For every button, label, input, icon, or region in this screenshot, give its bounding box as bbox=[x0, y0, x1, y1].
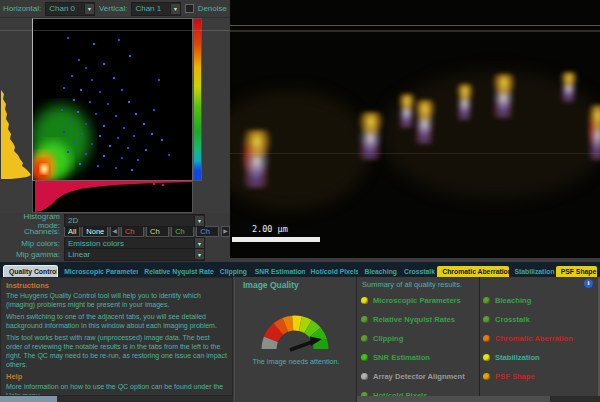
summary-item[interactable]: Stabilization bbox=[483, 348, 595, 367]
status-dot bbox=[483, 316, 490, 323]
scrollbar-thumb[interactable] bbox=[357, 396, 550, 402]
scale-bar-label: 2.00 μm bbox=[252, 224, 288, 234]
instructions-hscrollbar[interactable] bbox=[0, 396, 233, 402]
summary-item[interactable]: Microscopic Parameters bbox=[361, 291, 479, 310]
gauge-needle bbox=[290, 342, 312, 350]
vertical-channel-value: Chan 1 bbox=[135, 4, 161, 13]
horizontal-histogram-shape bbox=[35, 181, 193, 213]
scale-bar bbox=[232, 237, 320, 242]
quality-gauge bbox=[250, 303, 340, 355]
summary-item-label: Relative Nyquist Rates bbox=[373, 315, 455, 324]
horizontal-channel-value: Chan 0 bbox=[49, 4, 75, 13]
summary-item-label: Microscopic Parameters bbox=[373, 296, 461, 305]
fluorescent-bead-blob bbox=[414, 100, 436, 144]
summary-item[interactable]: Clipping bbox=[361, 329, 479, 348]
status-dot bbox=[361, 354, 368, 361]
histogram-2d-plot[interactable] bbox=[32, 18, 193, 181]
horizontal-label: Horizontal: bbox=[3, 4, 41, 13]
summary-title: Summary of all quality results. bbox=[362, 280, 462, 289]
tab-quality-control[interactable]: Quality Control bbox=[3, 265, 58, 277]
column-divider bbox=[479, 277, 480, 396]
summary-item-label: Bleaching bbox=[495, 296, 531, 305]
mip-gamma-value: Linear bbox=[68, 250, 90, 259]
image-border-line bbox=[230, 31, 600, 32]
status-dot bbox=[361, 373, 368, 380]
histogram-scatter-dots bbox=[33, 19, 35, 21]
histogram-dot bbox=[153, 183, 155, 185]
summary-item-label: Array Detector Alignment bbox=[373, 372, 465, 381]
denoise-checkbox[interactable] bbox=[185, 4, 194, 13]
channels-next-icon[interactable]: ▶ bbox=[221, 226, 230, 237]
summary-item[interactable]: Relative Nyquist Rates bbox=[361, 310, 479, 329]
tab-relative-nyquist-rates[interactable]: Relative Nyquist Rates bbox=[139, 266, 213, 277]
status-dot bbox=[483, 354, 490, 361]
fluorescent-bead-blob bbox=[492, 74, 516, 118]
chevron-down-icon[interactable]: ▾ bbox=[194, 216, 204, 226]
qc-tab-bar: Quality Control Microscopic Parameters R… bbox=[0, 262, 600, 277]
summary-item-label: Clipping bbox=[373, 334, 403, 343]
window-separator-line bbox=[0, 30, 600, 31]
vertical-histogram-shape bbox=[1, 18, 32, 181]
chevron-down-icon[interactable]: ▾ bbox=[194, 249, 204, 259]
summary-hscrollbar[interactable] bbox=[357, 396, 600, 402]
quality-summary-panel: Summary of all quality results. i Micros… bbox=[356, 277, 600, 402]
tab-snr-estimation[interactable]: SNR Estimation bbox=[250, 266, 305, 277]
status-dot bbox=[483, 297, 490, 304]
image-quality-panel: Image Quality The image needs attention. bbox=[234, 277, 357, 402]
horizontal-1d-histogram bbox=[32, 181, 193, 213]
scrollbar-thumb[interactable] bbox=[0, 396, 57, 402]
histogram-dot bbox=[162, 184, 164, 186]
tab-crosstalk[interactable]: Crosstalk bbox=[399, 266, 436, 277]
instructions-paragraph: The Huygens Quality Control tool will he… bbox=[6, 291, 227, 309]
horizontal-channel-select[interactable]: Chan 0 ▾ bbox=[45, 2, 95, 16]
vertical-label: Vertical: bbox=[99, 4, 127, 13]
summary-item[interactable]: Chromatic Aberration bbox=[483, 329, 595, 348]
instructions-title: Instructions bbox=[6, 281, 227, 290]
summary-item[interactable]: Bleaching bbox=[483, 291, 595, 310]
tab-hotcold-pixels[interactable]: Hot/cold Pixels bbox=[306, 266, 359, 277]
mip-colors-label: Mip colors: bbox=[0, 239, 64, 248]
mip-gamma-select[interactable]: Linear ▾ bbox=[64, 248, 205, 261]
summary-item[interactable]: PSF Shape bbox=[483, 367, 595, 386]
summary-item[interactable]: Crosstalk bbox=[483, 310, 595, 329]
fluorescent-bead-blob bbox=[242, 130, 272, 188]
histogram-mode-value: 2D bbox=[68, 216, 78, 225]
chevron-down-icon[interactable]: ▾ bbox=[84, 4, 94, 14]
mip-gamma-label: Mip gamma: bbox=[0, 250, 64, 259]
summary-item-label: Chromatic Aberration bbox=[495, 334, 573, 343]
summary-column-1: Microscopic Parameters Relative Nyquist … bbox=[361, 291, 479, 402]
instructions-paragraph: This tool works best with raw (unprocess… bbox=[6, 333, 227, 369]
fluorescent-bead-blob bbox=[588, 105, 600, 160]
tab-clipping[interactable]: Clipping bbox=[215, 266, 249, 277]
quality-status-text: The image needs attention. bbox=[235, 357, 357, 366]
status-dot bbox=[361, 335, 368, 342]
histogram-toolbar: Horizontal: Chan 0 ▾ Vertical: Chan 1 ▾ … bbox=[0, 0, 230, 18]
fluorescent-bead-blob bbox=[560, 72, 578, 102]
tab-stabilization[interactable]: Stabilization bbox=[510, 266, 555, 277]
vertical-channel-select[interactable]: Chan 1 ▾ bbox=[131, 2, 181, 16]
summary-item[interactable]: SNR Estimation bbox=[361, 348, 479, 367]
vertical-1d-histogram bbox=[0, 18, 32, 181]
summary-item-label: PSF Shape bbox=[495, 372, 535, 381]
chevron-down-icon[interactable]: ▾ bbox=[194, 238, 204, 248]
tab-microscopic-parameters[interactable]: Microscopic Parameters bbox=[59, 266, 138, 277]
info-icon[interactable]: i bbox=[584, 279, 593, 288]
tab-bleaching[interactable]: Bleaching bbox=[359, 266, 398, 277]
tab-chromatic-aberration[interactable]: Chromatic Aberration bbox=[437, 266, 508, 277]
instructions-paragraph: When switching to one of the adjacent ta… bbox=[6, 312, 227, 330]
status-dot bbox=[483, 335, 490, 342]
huygens-quality-control-window: Horizontal: Chan 0 ▾ Vertical: Chan 1 ▾ … bbox=[0, 0, 600, 402]
image-quality-title: Image Quality bbox=[243, 280, 299, 290]
summary-item[interactable]: Array Detector Alignment bbox=[361, 367, 479, 386]
help-text: More information on how to use the QC op… bbox=[6, 382, 227, 396]
tab-psf-shape[interactable]: PSF Shape bbox=[556, 266, 597, 277]
summary-item-label: Stabilization bbox=[495, 353, 540, 362]
summary-column-2: Bleaching Crosstalk Chromatic Aberration… bbox=[483, 291, 595, 386]
chevron-down-icon[interactable]: ▾ bbox=[170, 4, 180, 14]
microscopy-image-view[interactable]: Z Y X bbox=[230, 0, 600, 258]
image-border-line bbox=[230, 25, 600, 26]
denoise-label: Denoise bbox=[198, 4, 227, 13]
status-dot bbox=[361, 297, 368, 304]
histogram-mode-select[interactable]: 2D ▾ bbox=[64, 214, 205, 227]
histogram-controls: Histogram mode: 2D ▾ Channels: All None … bbox=[0, 213, 230, 262]
